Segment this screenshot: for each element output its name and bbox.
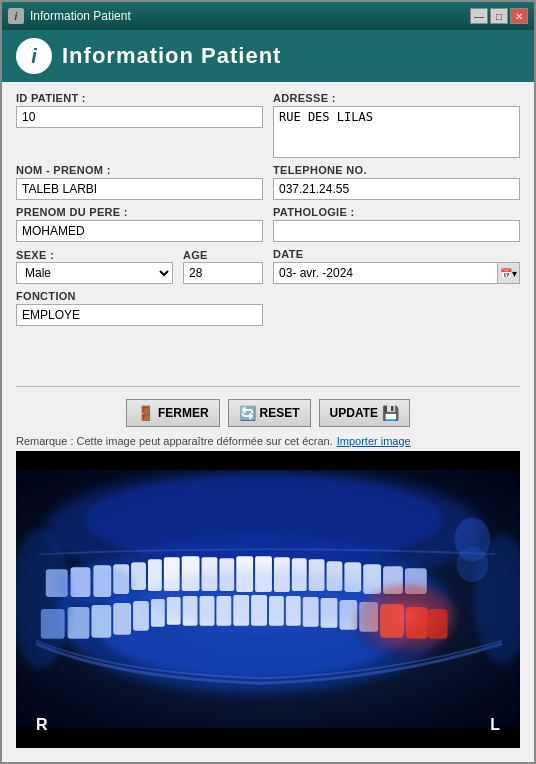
svg-rect-31	[113, 603, 131, 635]
col-sexe: SEXE : Male Female	[16, 248, 173, 284]
row-pere-pathologie: PRENOM DU PERE : PATHOLOGIE :	[16, 206, 520, 242]
title-bar-app-icon: i	[8, 8, 24, 24]
row-nom-tel: NOM - PRENOM : TELEPHONE No.	[16, 164, 520, 200]
xray-area: R L	[16, 451, 520, 748]
sexe-age-inner: SEXE : Male Female Age	[16, 248, 263, 284]
remark-row: Remarque : Cette image peut apparaître d…	[2, 433, 534, 451]
fermer-label: FERMER	[158, 406, 209, 420]
remark-text: Remarque : Cette image peut apparaître d…	[16, 435, 333, 447]
fermer-button[interactable]: 🚪 FERMER	[126, 399, 220, 427]
id-patient-input[interactable]	[16, 106, 263, 128]
xray-l-label: L	[490, 716, 500, 734]
svg-point-54	[56, 565, 135, 605]
svg-point-55	[145, 570, 383, 630]
col-id-patient: ID Patient :	[16, 92, 263, 158]
age-input[interactable]	[183, 262, 263, 284]
col-pathologie: PATHOLOGIE :	[273, 206, 520, 242]
nom-prenom-label: NOM - PRENOM :	[16, 164, 263, 176]
button-row: 🚪 FERMER 🔄 RESET UPDATE 💾	[2, 393, 534, 433]
importer-image-link[interactable]: Importer image	[337, 435, 411, 447]
col-nom-prenom: NOM - PRENOM :	[16, 164, 263, 200]
maximize-button[interactable]: □	[490, 8, 508, 24]
update-label: UPDATE	[330, 406, 378, 420]
date-label: Date	[273, 248, 520, 260]
date-input-wrapper: 📅▾	[273, 262, 520, 284]
title-bar-controls: — □ ✕	[470, 8, 528, 24]
telephone-label: TELEPHONE No.	[273, 164, 520, 176]
fermer-icon: 🚪	[137, 405, 154, 421]
reset-label: RESET	[260, 406, 300, 420]
id-patient-label: ID Patient :	[16, 92, 263, 104]
fonction-label: FONCTION	[16, 290, 263, 302]
col-sexe-age: SEXE : Male Female Age	[16, 248, 263, 284]
info-icon: i	[16, 38, 52, 74]
svg-rect-29	[68, 607, 90, 639]
nom-prenom-input[interactable]	[16, 178, 263, 200]
telephone-input[interactable]	[273, 178, 520, 200]
reset-button[interactable]: 🔄 RESET	[228, 399, 311, 427]
fonction-input[interactable]	[16, 304, 263, 326]
main-window: i Information Patient — □ ✕ i Informatio…	[0, 0, 536, 764]
svg-rect-30	[91, 605, 111, 638]
prenom-pere-input[interactable]	[16, 220, 263, 242]
age-label: Age	[183, 249, 208, 261]
row-id-adresse: ID Patient : ADRESSE : RUE DES LILAS	[16, 92, 520, 158]
col-fonction: FONCTION	[16, 290, 263, 326]
svg-text:i: i	[15, 11, 18, 22]
col-telephone: TELEPHONE No.	[273, 164, 520, 200]
pathologie-label: PATHOLOGIE :	[273, 206, 520, 218]
adresse-input[interactable]: RUE DES LILAS	[273, 106, 520, 158]
header-title: Information Patient	[62, 43, 281, 69]
form-area: ID Patient : ADRESSE : RUE DES LILAS NOM…	[2, 82, 534, 380]
xray-image	[16, 470, 520, 728]
adresse-label: ADRESSE :	[273, 92, 520, 104]
col-prenom-pere: PRENOM DU PERE :	[16, 206, 263, 242]
reset-icon: 🔄	[239, 405, 256, 421]
pathologie-input[interactable]	[273, 220, 520, 242]
col-age: Age	[183, 248, 263, 284]
sexe-label: SEXE :	[16, 249, 54, 261]
header-bar: i Information Patient	[2, 30, 534, 82]
col-spacer	[273, 290, 520, 326]
title-bar-left: i Information Patient	[8, 8, 131, 24]
row-sexe-date: SEXE : Male Female Age Date	[16, 248, 520, 284]
row-fonction: FONCTION	[16, 290, 520, 326]
date-input[interactable]	[274, 263, 497, 283]
sexe-select[interactable]: Male Female	[16, 262, 173, 284]
svg-rect-32	[133, 601, 149, 631]
col-adresse: ADRESSE : RUE DES LILAS	[273, 92, 520, 158]
col-date: Date 📅▾	[273, 248, 520, 284]
calendar-button[interactable]: 📅▾	[497, 263, 519, 283]
update-button[interactable]: UPDATE 💾	[319, 399, 410, 427]
prenom-pere-label: PRENOM DU PERE :	[16, 206, 263, 218]
xray-r-label: R	[36, 716, 48, 734]
divider	[16, 386, 520, 387]
minimize-button[interactable]: —	[470, 8, 488, 24]
close-button[interactable]: ✕	[510, 8, 528, 24]
update-icon: 💾	[382, 405, 399, 421]
window-title: Information Patient	[30, 9, 131, 23]
svg-point-53	[456, 547, 488, 583]
title-bar: i Information Patient — □ ✕	[2, 2, 534, 30]
